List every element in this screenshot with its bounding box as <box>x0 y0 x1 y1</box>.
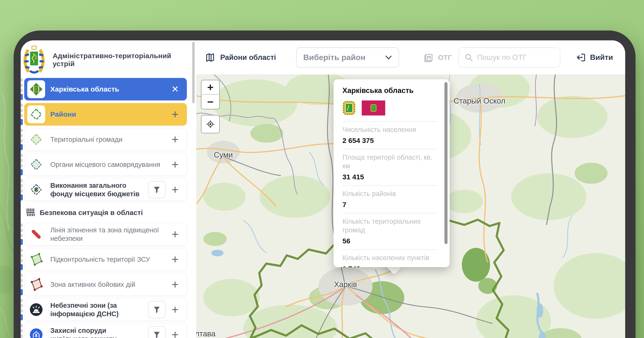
layer-icon-tile <box>27 131 45 148</box>
edge-marks <box>21 179 23 200</box>
layer-label: Виконання загального фонду місцевих бюдж… <box>50 181 148 198</box>
layer-label: Територіальні громади <box>50 135 170 144</box>
otg-search[interactable] <box>458 47 560 68</box>
tablet-bezel: Адміністративно-територіальний устрій Ха… <box>14 30 636 338</box>
edge-marks <box>21 249 23 270</box>
close-button[interactable]: ✕ <box>170 85 180 94</box>
layer-label: Органи місцевого самоврядування <box>50 160 170 169</box>
layer-label: Харківська область <box>50 85 170 94</box>
locate-icon <box>205 119 216 129</box>
layer-card[interactable]: Територіальні громади + <box>24 128 187 151</box>
app-window: Адміністративно-територіальний устрій Ха… <box>21 40 625 338</box>
district-select-value: Виберіть район <box>303 53 385 62</box>
expand-button[interactable]: + <box>170 304 180 316</box>
funnel-icon <box>153 305 161 314</box>
popup-stat-label: Площа території області, кв. км <box>342 153 438 171</box>
expand-button[interactable]: + <box>170 183 180 196</box>
main-panel: Райони області Виберіть район ОТГ <box>196 40 625 338</box>
popup-body: Харківська область <box>334 79 450 267</box>
sidebar-header: Адміністративно-територіальний устрій <box>21 40 196 78</box>
popup-stat-label: Кількість районів <box>342 189 438 198</box>
filter-button[interactable] <box>148 181 166 198</box>
expand-button[interactable]: + <box>170 329 180 338</box>
popup-stat-label: Кількість населених пунктів <box>342 254 438 262</box>
region-flag-icon <box>362 100 385 116</box>
popup-scrollbar-thumb[interactable] <box>444 82 448 244</box>
popup-title: Харківська область <box>342 86 438 95</box>
region-info-popup: Харківська область <box>334 79 450 267</box>
map-city-label: лтава <box>196 329 216 338</box>
layer-card[interactable]: Райони + <box>24 103 187 126</box>
svg-text:₴: ₴ <box>34 187 38 193</box>
layer-icon-tile <box>27 250 45 268</box>
layer-label: Зона активних бойових дій <box>50 280 170 289</box>
edge-marks <box>21 324 23 338</box>
otg-icon <box>424 52 434 63</box>
district-select[interactable]: Виберіть район <box>296 47 399 68</box>
popup-stat-row: Кількість населених пунктів 1 746 <box>342 249 438 267</box>
coat-of-arms-icon <box>342 101 356 115</box>
layer-card[interactable]: Зона активних бойових дій + <box>24 273 187 296</box>
app-title: Адміністративно-територіальний устрій <box>53 52 194 68</box>
filter-button[interactable] <box>148 301 166 318</box>
zoom-out-button[interactable]: − <box>202 95 219 109</box>
edge-marks <box>21 78 23 100</box>
expand-button[interactable]: + <box>170 278 180 291</box>
popup-symbols <box>342 100 438 116</box>
layer-label: Лінія зіткнення та зона підвищеної небез… <box>50 226 170 243</box>
popup-stat-value: 31 415 <box>342 173 438 181</box>
expand-button[interactable]: + <box>170 228 180 240</box>
kharkiv-coat-of-arms-logo <box>23 45 45 75</box>
layer-label: Райони <box>50 110 170 119</box>
layer-icon-tile <box>27 301 45 319</box>
popup-stat-row: Кількість районів 7 <box>342 185 438 213</box>
layer-card[interactable]: Харківська область ✕ <box>24 78 187 100</box>
map-city-label: Старый Оскол <box>454 96 505 105</box>
otg-toggle[interactable]: ОТГ <box>424 52 452 63</box>
filter-button[interactable] <box>148 326 166 338</box>
expand-button[interactable]: + <box>170 159 180 171</box>
toolbar: Райони області Виберіть район ОТГ <box>196 40 625 75</box>
edge-marks <box>21 299 23 320</box>
layer-card[interactable]: ₴ Виконання загального фонду місцевих бю… <box>24 178 187 201</box>
expand-button[interactable]: + <box>170 108 180 120</box>
exit-label: Вийти <box>590 53 613 62</box>
locate-button[interactable] <box>201 115 220 133</box>
layer-card[interactable]: Лінія зіткнення та зона підвищеної небез… <box>24 223 187 246</box>
search-input[interactable] <box>477 53 576 62</box>
expand-button[interactable]: + <box>170 133 180 146</box>
funnel-icon <box>153 331 161 338</box>
popup-stat-row: Чисельність населення 2 654 375 <box>342 121 438 149</box>
popup-stat-value: 1 746 <box>342 265 438 267</box>
exit-button[interactable]: Вийти <box>576 52 613 63</box>
layer-label: Небезпечні зони (за інформацією ДСНС) <box>50 301 148 318</box>
layer-label: Захисні споруди цивільного захисту <box>50 326 148 338</box>
popup-stat-row: Кількість територіальних громад 56 <box>342 213 438 249</box>
popup-stat-row: Площа території області, кв. км 31 415 <box>342 149 438 185</box>
layer-icon-tile: ₴ <box>27 181 45 198</box>
popup-stat-value: 56 <box>342 237 438 245</box>
layer-icon-tile <box>27 276 45 293</box>
sidebar-scrollbar-thumb[interactable] <box>192 42 194 103</box>
zoom-in-button[interactable]: + <box>202 80 219 95</box>
section-header: Безпекова ситуація в області <box>25 207 187 218</box>
combat-zone-icon <box>30 278 43 291</box>
edge-marks <box>21 154 23 175</box>
popup-stat-label: Кількість територіальних громад <box>342 217 438 235</box>
layer-card[interactable]: Небезпечні зони (за інформацією ДСНС) + <box>24 298 187 321</box>
region-emblem-icon <box>30 82 43 96</box>
districts-diamond-icon <box>30 108 43 121</box>
layer-card[interactable]: Захисні споруди цивільного захисту + <box>24 324 187 338</box>
popup-stat-value: 7 <box>342 201 438 209</box>
barricade-icon <box>25 207 36 218</box>
layer-card[interactable]: Підконтрольність території ЗСУ + <box>24 248 187 271</box>
hromada-diamond-icon <box>30 133 43 146</box>
popup-stat-label: Чисельність населення <box>342 125 438 134</box>
expand-button[interactable]: + <box>170 253 180 265</box>
sidebar-scrollbar[interactable] <box>192 42 194 338</box>
layer-card[interactable]: Органи місцевого самоврядування + <box>24 153 187 176</box>
edge-marks <box>21 104 23 125</box>
edge-marks <box>21 129 23 150</box>
map-canvas[interactable]: Суми Старый Оскол Харків лтава + − <box>196 75 625 338</box>
shelter-icon <box>30 328 43 338</box>
